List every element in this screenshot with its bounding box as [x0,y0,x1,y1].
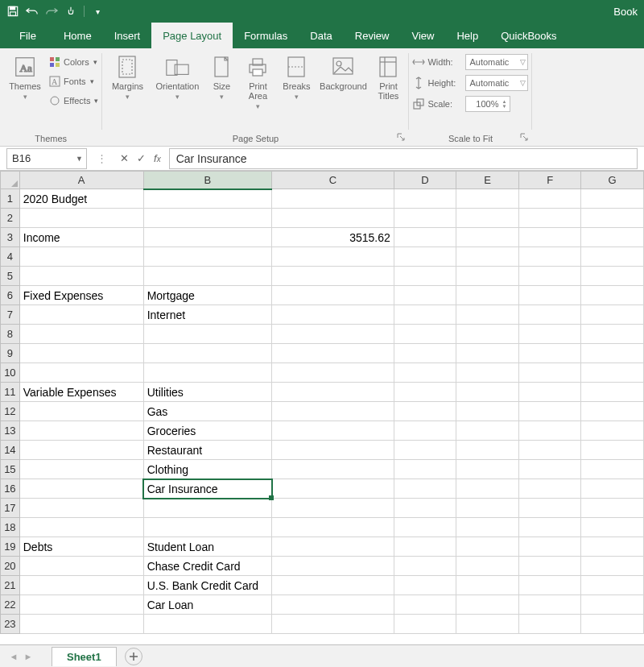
tab-review[interactable]: Review [344,23,401,48]
formula-bar[interactable]: Car Insurance [169,148,638,169]
cell[interactable]: Fixed Expenses [19,286,143,305]
cell[interactable] [143,325,272,344]
cell[interactable] [19,344,143,363]
effects-button[interactable]: Effects▾ [48,92,98,110]
cell[interactable] [19,576,143,595]
cell[interactable]: Chase Credit Card [143,557,272,576]
cell[interactable] [272,267,394,286]
cell[interactable] [272,441,394,460]
cell[interactable] [456,557,519,576]
row-header[interactable]: 19 [1,537,20,557]
row-header[interactable]: 1 [1,189,20,209]
cell[interactable] [143,518,272,537]
cell[interactable]: Clothing [143,460,272,479]
cell[interactable]: 3515.62 [272,228,394,247]
cell[interactable] [143,363,272,383]
row-header[interactable]: 14 [1,441,20,460]
cell[interactable] [518,499,581,518]
tab-quickbooks[interactable]: QuickBooks [489,23,568,48]
cell[interactable] [272,421,394,441]
cell[interactable] [456,383,519,402]
cell[interactable] [272,615,394,634]
orientation-button[interactable]: Orientation▾ [151,52,204,103]
row-header[interactable]: 13 [1,421,20,441]
cell[interactable]: Student Loan [143,537,272,557]
cell[interactable] [581,286,644,305]
cell[interactable] [518,325,581,344]
sheet-nav-next-icon[interactable]: ► [21,652,35,661]
cell[interactable] [272,402,394,421]
row-header[interactable]: 3 [1,228,20,247]
customize-qat-icon[interactable]: ▾ [88,2,107,21]
cell[interactable] [518,557,581,576]
cell[interactable] [581,209,644,228]
cell[interactable] [272,557,394,576]
cell[interactable] [272,305,394,325]
tab-formulas[interactable]: Formulas [233,23,299,48]
cell[interactable] [272,595,394,615]
cell[interactable] [518,595,581,615]
cell[interactable] [143,209,272,228]
cell[interactable] [518,421,581,441]
cell[interactable] [19,305,143,325]
cell[interactable] [394,189,456,209]
cell[interactable] [456,441,519,460]
cell[interactable] [394,576,456,595]
cell[interactable] [456,499,519,518]
cell[interactable] [19,460,143,479]
save-icon[interactable] [3,2,23,21]
cell[interactable] [394,479,456,499]
cell[interactable] [518,363,581,383]
tab-home[interactable]: Home [52,23,103,48]
scale-dialog-launcher[interactable] [518,131,530,143]
cell[interactable] [394,615,456,634]
cell[interactable] [143,267,272,286]
new-sheet-button[interactable] [125,648,142,665]
cell[interactable] [272,325,394,344]
cell[interactable] [581,267,644,286]
column-header[interactable]: A [19,172,143,189]
cell[interactable] [456,209,519,228]
row-header[interactable]: 23 [1,615,20,634]
cell[interactable] [456,402,519,421]
cell[interactable] [394,363,456,383]
cell[interactable] [19,267,143,286]
cell[interactable]: Restaurant [143,441,272,460]
cell[interactable] [581,557,644,576]
cell[interactable] [518,402,581,421]
cell[interactable] [272,499,394,518]
cell[interactable] [394,518,456,537]
cell[interactable] [143,228,272,247]
cell[interactable] [394,460,456,479]
column-header[interactable]: F [518,172,581,189]
colors-button[interactable]: Colors▾ [48,53,98,71]
cell[interactable] [581,402,644,421]
fx-icon[interactable]: fx [154,152,161,164]
select-all-cell[interactable] [1,172,20,189]
worksheet-grid[interactable]: ABCDEFG12020 Budget23Income3515.62456Fix… [0,171,644,634]
cell[interactable] [581,595,644,615]
cell[interactable] [19,479,143,499]
cell[interactable]: Mortgage [143,286,272,305]
cell[interactable]: Car Insurance [143,479,272,499]
row-header[interactable]: 16 [1,479,20,499]
row-header[interactable]: 15 [1,460,20,479]
margins-button[interactable]: Margins▾ [105,52,149,103]
cell[interactable] [272,209,394,228]
cell[interactable] [272,479,394,499]
tab-data[interactable]: Data [299,23,343,48]
cell[interactable] [581,479,644,499]
row-header[interactable]: 9 [1,344,20,363]
column-header[interactable]: G [581,172,644,189]
cell[interactable] [456,305,519,325]
cell[interactable] [19,499,143,518]
cell[interactable] [394,421,456,441]
row-header[interactable]: 20 [1,557,20,576]
cell[interactable] [581,518,644,537]
cell[interactable] [518,209,581,228]
sheet-nav-prev-icon[interactable]: ◄ [6,652,21,661]
cell[interactable] [272,344,394,363]
cell[interactable] [394,228,456,247]
cell[interactable] [456,576,519,595]
print-area-button[interactable]: Print Area▾ [239,52,276,113]
